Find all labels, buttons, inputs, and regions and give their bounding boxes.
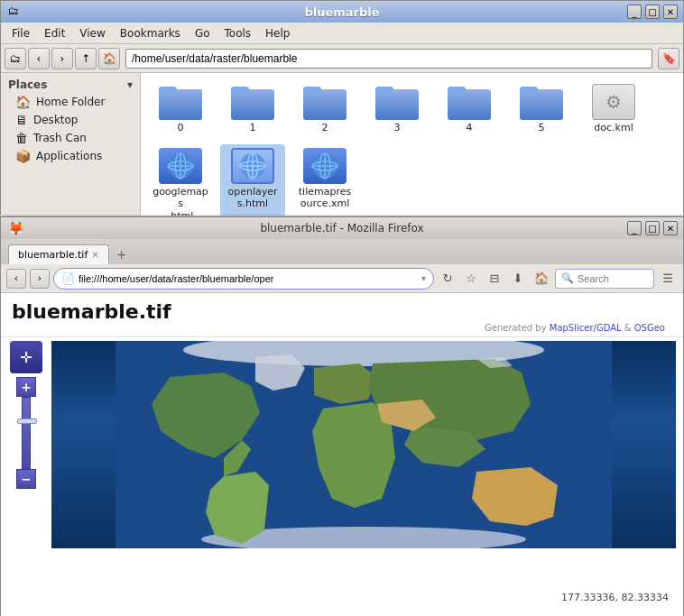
firefox-window: 🦊 bluemarble.tif - Mozilla Firefox _ □ ✕… (0, 216, 684, 616)
sidebar-apps-label: Applications (36, 150, 102, 162)
svg-rect-4 (231, 87, 249, 96)
world-map-svg (51, 341, 676, 548)
address-bar-container (125, 49, 652, 69)
file-label-1: 1 (250, 122, 256, 133)
applications-icon: 📦 (15, 149, 31, 163)
file-item-4[interactable]: 4 (437, 80, 502, 137)
ff-home2-icon[interactable]: 🏠 (531, 269, 551, 289)
ff-content: bluemarble.tif Generated by MapSlicer/GD… (1, 293, 683, 616)
home-button[interactable]: 🏠 (98, 48, 120, 69)
zoom-out-button[interactable]: − (16, 469, 36, 489)
file-item-3[interactable]: 3 (365, 80, 430, 137)
sidebar-home-label: Home Folder (36, 96, 105, 108)
file-label-5: 5 (539, 122, 545, 133)
sidebar-item-desktop[interactable]: 🖥 Desktop (1, 111, 140, 129)
menu-tools[interactable]: Tools (217, 25, 259, 41)
map-controls: ✛ + − (8, 341, 44, 607)
sidebar-item-home[interactable]: 🏠 Home Folder (1, 93, 140, 111)
bookmark-button[interactable]: 🔖 (658, 48, 679, 69)
ff-reload-button[interactable]: ↻ (438, 269, 458, 289)
menu-view[interactable]: View (72, 25, 112, 41)
ff-search-icon: 🔍 (561, 272, 574, 284)
ff-map-area: ✛ + − (1, 337, 683, 611)
sidebar-trash-label: Trash Can (33, 132, 87, 144)
sidebar-item-trash[interactable]: 🗑 Trash Can (1, 129, 140, 147)
ff-page-header: bluemarble.tif Generated by MapSlicer/GD… (1, 293, 683, 337)
sidebar-item-applications[interactable]: 📦 Applications (1, 147, 140, 165)
menu-help[interactable]: Help (258, 25, 297, 41)
ff-tab-close-icon[interactable]: ✕ (91, 250, 98, 260)
sidebar-toggle-icon[interactable]: ▾ (127, 78, 133, 91)
ff-tabbar: bluemarble.tif ✕ + (1, 239, 683, 264)
ff-tab-bluemarble[interactable]: bluemarble.tif ✕ (8, 244, 109, 264)
ff-maximize-button[interactable]: □ (645, 221, 660, 235)
trash-icon: 🗑 (15, 131, 28, 145)
ff-navbar: ‹ › 📄 ▾ ↻ ☆ ⊟ ⬇ 🏠 🔍 ☰ (1, 264, 683, 293)
fm-title-icon: 🗂 (8, 5, 23, 19)
fm-titlebar-controls: _ □ ✕ (627, 5, 678, 19)
menu-bookmarks[interactable]: Bookmarks (113, 25, 188, 41)
map-container[interactable]: 177.33336, 82.33334 (51, 341, 676, 607)
minimize-button[interactable]: _ (627, 5, 642, 19)
new-folder-button[interactable]: 🗂 (5, 48, 26, 69)
file-item-kml[interactable]: doc.kml (581, 80, 646, 137)
menu-edit[interactable]: Edit (37, 25, 72, 41)
file-item-5[interactable]: 5 (509, 80, 574, 137)
file-item-openlayers[interactable]: openlayers.html (220, 144, 285, 216)
zoom-control: + − (16, 377, 36, 489)
file-item-0[interactable]: 0 (148, 80, 213, 137)
fm-body: Places ▾ 🏠 Home Folder 🖥 Desktop 🗑 Trash… (1, 73, 683, 216)
zoom-slider[interactable] (22, 397, 31, 469)
close-button[interactable]: ✕ (663, 5, 678, 19)
file-item-tilemap[interactable]: tilemapresource.xml (292, 144, 357, 216)
ff-bookmark-star-icon[interactable]: ☆ (461, 269, 481, 289)
menu-file[interactable]: File (5, 25, 37, 41)
up-button[interactable]: ↑ (75, 48, 97, 69)
ff-url-input[interactable] (79, 273, 418, 284)
ff-page-title: bluemarble.tif (12, 300, 672, 323)
file-label-3: 3 (394, 122, 401, 133)
home-icon: 🏠 (15, 95, 31, 109)
menu-go[interactable]: Go (188, 25, 217, 41)
ff-download-icon[interactable]: ⬇ (508, 269, 528, 289)
fm-titlebar: 🗂 bluemarble _ □ ✕ (1, 1, 683, 23)
zoom-slider-thumb (17, 418, 37, 424)
ff-back-button[interactable]: ‹ (6, 269, 26, 289)
back-button[interactable]: ‹ (28, 48, 50, 69)
url-favicon-icon: 📄 (61, 272, 75, 285)
ff-forward-button[interactable]: › (30, 269, 50, 289)
ff-search-bar: 🔍 (555, 269, 654, 289)
file-label-googlemaps: googlemaps.html (152, 186, 209, 216)
fm-menubar: File Edit View Bookmarks Go Tools Help (1, 23, 683, 44)
url-bar-dropdown-icon[interactable]: ▾ (421, 273, 426, 283)
html-icon-googlemaps (159, 148, 202, 184)
file-label-kml: doc.kml (594, 122, 633, 133)
zoom-in-button[interactable]: + (16, 377, 36, 397)
folder-icon-1 (231, 84, 274, 120)
forward-button[interactable]: › (51, 48, 73, 69)
ff-home-icon[interactable]: ⊟ (485, 269, 504, 289)
ff-window-title: bluemarble.tif - Mozilla Firefox (260, 222, 423, 234)
pan-control[interactable]: ✛ (10, 341, 42, 373)
sidebar-header-label: Places (8, 78, 47, 91)
file-item-googlemaps[interactable]: googlemaps.html (148, 144, 213, 216)
ff-menu-icon[interactable]: ☰ (658, 269, 678, 289)
address-bar-input[interactable] (125, 49, 652, 69)
ff-toolbar-right: ☆ ⊟ ⬇ 🏠 🔍 ☰ (461, 269, 678, 289)
folder-icon-5 (520, 84, 563, 120)
ff-close-button[interactable]: ✕ (663, 221, 678, 235)
svg-rect-2 (159, 87, 177, 96)
ff-titlebar-controls: _ □ ✕ (627, 221, 678, 235)
ff-minimize-button[interactable]: _ (627, 221, 642, 235)
fm-toolbar: 🗂 ‹ › ↑ 🏠 🔖 (1, 44, 683, 73)
file-item-1[interactable]: 1 (220, 80, 285, 137)
file-label-0: 0 (178, 122, 184, 133)
ff-new-tab-button[interactable]: + (113, 244, 131, 264)
maximize-button[interactable]: □ (645, 5, 660, 19)
ff-url-bar: 📄 ▾ (53, 268, 434, 290)
desktop-icon: 🖥 (15, 113, 28, 127)
ff-osgeo-link[interactable]: OSGeo (634, 323, 665, 333)
file-item-2[interactable]: 2 (292, 80, 357, 137)
ff-search-input[interactable] (578, 273, 650, 284)
ff-mapslicer-link[interactable]: MapSlicer/GDAL (550, 323, 622, 333)
